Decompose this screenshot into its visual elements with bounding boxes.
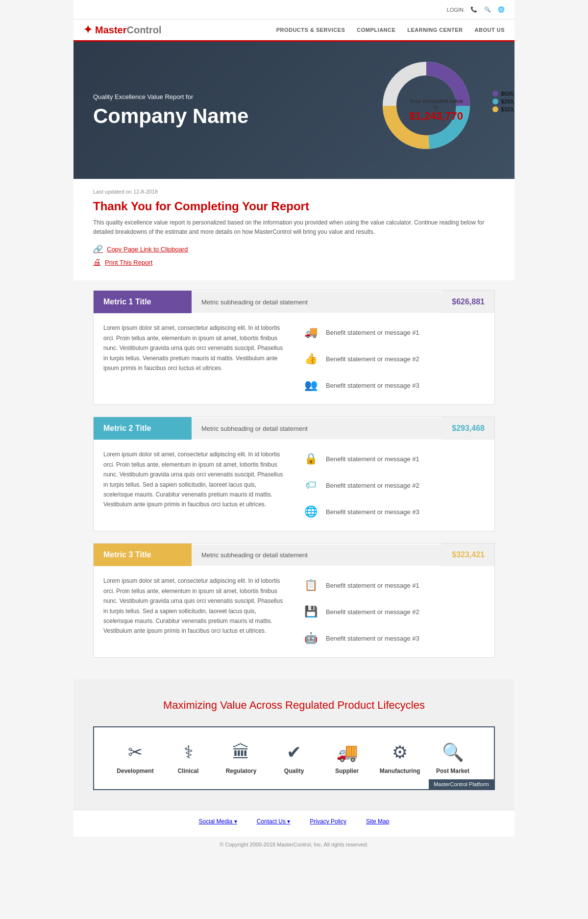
postmarket-label: Post Market xyxy=(436,768,469,774)
benefit-1-3: 👥 Benefit statement or message #3 xyxy=(301,376,485,395)
benefit-2-2-text: Benefit statement or message #2 xyxy=(326,482,419,489)
hero-chart: Your estimated value is: $1,243,770 $626… xyxy=(377,56,495,164)
metric-2-benefits: 🔒 Benefit statement or message #1 🏷 Bene… xyxy=(301,449,485,521)
metrics-section: Metric 1 Title Metric subheading or deta… xyxy=(74,280,514,679)
benefit-3-2-text: Benefit statement or message #2 xyxy=(326,608,419,616)
metric-3-value: $323,421 xyxy=(442,544,494,566)
nav-bar: ✦ MasterControl PRODUCTS & SERVICES COMP… xyxy=(74,20,514,42)
hero-section: Quality Excellence Value Report for Comp… xyxy=(74,42,514,179)
donut-center: Your estimated value is: $1,243,770 xyxy=(407,98,466,123)
globe-icon[interactable]: 🌐 xyxy=(498,6,505,13)
benefit-2-1: 🔒 Benefit statement or message #1 xyxy=(301,449,485,468)
copy-link-label[interactable]: Copy Page Link to Clipboard xyxy=(107,246,188,253)
benefit-2-2-icon: 🏷 xyxy=(301,476,320,495)
lifecycle-section: Maximizing Value Across Regulated Produc… xyxy=(74,679,514,810)
copy-link[interactable]: 🔗 Copy Page Link to Clipboard xyxy=(93,245,495,254)
nav-about[interactable]: ABOUT US xyxy=(475,27,505,33)
benefit-3-1: 📋 Benefit statement or message #1 xyxy=(301,576,485,595)
metric-3-text: Lorem ipsum dolor sit amet, consectetur … xyxy=(103,576,287,647)
benefit-2-3-icon: 🌐 xyxy=(301,502,320,521)
benefit-1-2-icon: 👍 xyxy=(301,349,320,368)
clinical-icon: ⚕ xyxy=(184,742,193,763)
supplier-icon: 🚚 xyxy=(336,742,358,763)
legend-item-3: $323,421 metric 3 value xyxy=(492,106,514,112)
footer-social[interactable]: Social Media ▾ xyxy=(199,818,237,825)
content-left: Thank You for Completing Your Report Thi… xyxy=(93,199,495,271)
legend-dot-2 xyxy=(492,99,498,104)
metric-1-value: $626,881 xyxy=(442,291,494,313)
login-link[interactable]: LOGIN xyxy=(447,7,464,13)
benefit-1-1: 🚚 Benefit statement or message #1 xyxy=(301,323,485,342)
phone-icon[interactable]: 📞 xyxy=(470,6,477,13)
link-icon: 🔗 xyxy=(93,245,103,254)
thank-you-text: This quality excellence value report is … xyxy=(93,218,495,237)
metric-2-body: Lorem ipsum dolor sit amet, consectetur … xyxy=(94,440,494,531)
footer-nav: Social Media ▾ Contact Us ▾ Privacy Poli… xyxy=(74,810,514,837)
legend-item-2: $293,468 metric 2 value xyxy=(492,99,514,104)
search-icon[interactable]: 🔍 xyxy=(484,6,491,13)
metric-3-header: Metric 3 Title Metric subheading or deta… xyxy=(94,544,494,566)
manufacturing-icon: ⚙ xyxy=(392,742,408,763)
footer-contact[interactable]: Contact Us ▾ xyxy=(257,818,291,825)
metric-2-header: Metric 2 Title Metric subheading or deta… xyxy=(94,417,494,440)
estimated-label: Your estimated value is: xyxy=(407,98,466,110)
benefit-1-1-icon: 🚚 xyxy=(301,323,320,342)
nav-compliance[interactable]: COMPLIANCE xyxy=(357,27,395,33)
legend-item-1: $626,881 metric 1 value xyxy=(492,91,514,97)
regulatory-label: Regulatory xyxy=(226,768,257,774)
estimated-value: $1,243,770 xyxy=(407,110,466,123)
metric-card-2: Metric 2 Title Metric subheading or deta… xyxy=(93,417,495,531)
metric-1-subheading: Metric subheading or detail statement xyxy=(192,292,442,313)
logo[interactable]: ✦ MasterControl xyxy=(83,24,162,36)
footer-copyright: © Copyright 2000-2018 MasterControl, Inc… xyxy=(74,837,514,852)
nav-learning[interactable]: LEARNING CENTER xyxy=(407,27,463,33)
benefit-3-3-icon: 🤖 xyxy=(301,629,320,647)
benefit-2-3-text: Benefit statement or message #3 xyxy=(326,508,419,516)
footer-links: Social Media ▾ Contact Us ▾ Privacy Poli… xyxy=(81,818,507,825)
hero-left: Quality Excellence Value Report for Comp… xyxy=(93,93,248,128)
nav-products[interactable]: PRODUCTS & SERVICES xyxy=(276,27,345,33)
quality-icon: ✔ xyxy=(287,742,301,763)
legend-label-1: $626,881 metric 1 value xyxy=(501,91,514,97)
print-label[interactable]: Print This Report xyxy=(105,259,152,266)
legend-dot-3 xyxy=(492,106,498,112)
benefit-1-1-text: Benefit statement or message #1 xyxy=(326,329,419,336)
metric-1-text: Lorem ipsum dolor sit amet, consectetur … xyxy=(103,323,287,395)
metric-1-label: Metric 1 Title xyxy=(94,291,192,313)
print-link[interactable]: 🖨 Print This Report xyxy=(93,258,495,267)
supplier-label: Supplier xyxy=(335,768,359,774)
lifecycle-manufacturing: ⚙ Manufacturing xyxy=(378,742,422,774)
benefit-2-3: 🌐 Benefit statement or message #3 xyxy=(301,502,485,521)
metric-card-3: Metric 3 Title Metric subheading or deta… xyxy=(93,543,495,658)
clinical-label: Clinical xyxy=(178,768,199,774)
donut-legend: $626,881 metric 1 value $293,468 metric … xyxy=(492,91,514,112)
metric-2-value: $293,468 xyxy=(442,417,494,440)
lifecycle-regulatory: 🏛 Regulatory xyxy=(219,742,263,774)
footer-privacy[interactable]: Privacy Policy xyxy=(310,818,346,825)
metric-card-1: Metric 1 Title Metric subheading or deta… xyxy=(93,290,495,405)
benefit-3-3-text: Benefit statement or message #3 xyxy=(326,635,419,642)
manufacturing-label: Manufacturing xyxy=(380,768,420,774)
content-section: Last updated on 12-8-2018 Thank You for … xyxy=(74,179,514,280)
benefit-3-1-icon: 📋 xyxy=(301,576,320,595)
regulatory-icon: 🏛 xyxy=(232,742,250,763)
quality-label: Quality xyxy=(284,768,304,774)
lifecycle-box: ✂ Development ⚕ Clinical 🏛 Regulatory ✔ … xyxy=(93,726,495,790)
lifecycle-items: ✂ Development ⚕ Clinical 🏛 Regulatory ✔ … xyxy=(109,742,479,774)
metric-1-benefits: 🚚 Benefit statement or message #1 👍 Bene… xyxy=(301,323,485,395)
footer-sitemap[interactable]: Site Map xyxy=(366,818,389,825)
benefit-3-2-icon: 💾 xyxy=(301,602,320,621)
benefit-2-1-text: Benefit statement or message #1 xyxy=(326,455,419,463)
lifecycle-quality: ✔ Quality xyxy=(272,742,316,774)
lifecycle-postmarket: 🔍 Post Market xyxy=(431,742,475,774)
hero-company: Company Name xyxy=(93,104,248,128)
nav-links: PRODUCTS & SERVICES COMPLIANCE LEARNING … xyxy=(276,27,505,33)
metric-1-body: Lorem ipsum dolor sit amet, consectetur … xyxy=(94,313,494,404)
postmarket-icon: 🔍 xyxy=(442,742,464,763)
metric-2-subheading: Metric subheading or detail statement xyxy=(192,418,442,439)
metric-2-label: Metric 2 Title xyxy=(94,417,192,440)
legend-label-2: $293,468 metric 2 value xyxy=(501,99,514,104)
benefit-2-2: 🏷 Benefit statement or message #2 xyxy=(301,476,485,495)
legend-dot-1 xyxy=(492,91,498,97)
last-updated: Last updated on 12-8-2018 xyxy=(93,189,495,195)
